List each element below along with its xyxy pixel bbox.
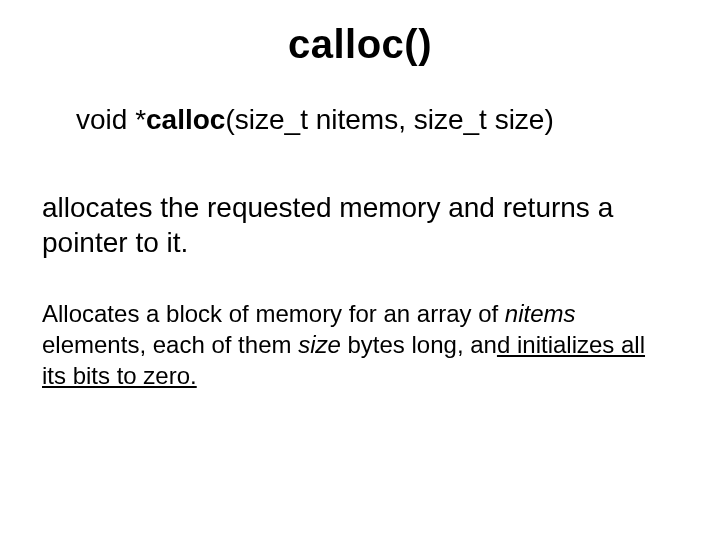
param-nitems: nitems [505,300,576,327]
short-description: allocates the requested memory and retur… [42,190,660,260]
slide: calloc() void *calloc(size_t nitems, siz… [0,0,720,540]
detail-text-1: Allocates a block of memory for an array… [42,300,505,327]
param-size: size [298,331,341,358]
sig-params: (size_t nitems, size_t size) [225,104,553,135]
detail-text-2: elements, each of them [42,331,298,358]
detail-text-3a: bytes long, an [341,331,497,358]
function-signature: void *calloc(size_t nitems, size_t size) [76,102,554,137]
page-title: calloc() [0,22,720,67]
sig-return-type: void * [76,104,146,135]
detailed-description: Allocates a block of memory for an array… [42,298,660,392]
sig-function-name: calloc [146,104,225,135]
